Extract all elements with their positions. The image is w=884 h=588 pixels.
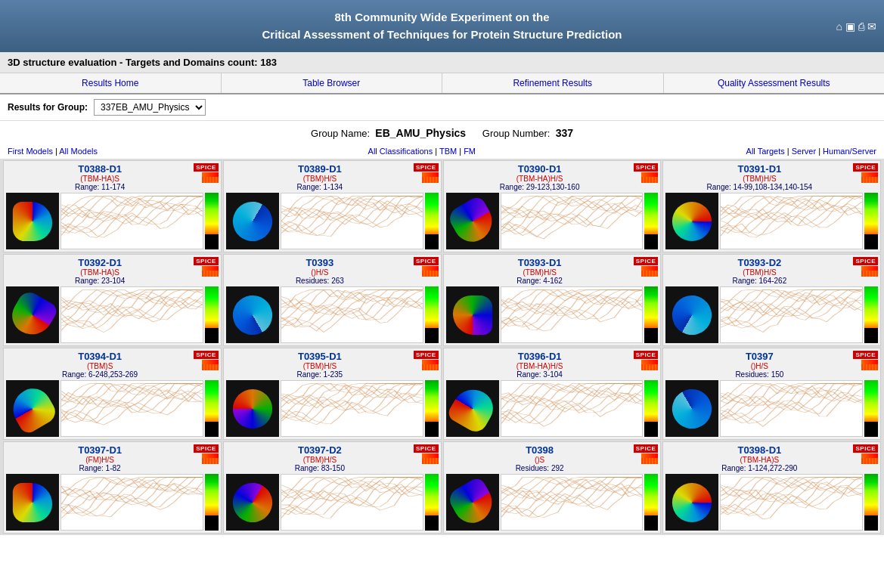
- card-title-9[interactable]: T0395-D1: [226, 351, 414, 362]
- tbm-link[interactable]: TBM: [439, 147, 457, 156]
- card-title-6[interactable]: T0393-D1: [446, 257, 634, 268]
- protein-img-5[interactable]: [226, 286, 279, 343]
- nav-refinement-results[interactable]: Refinement Results: [442, 73, 664, 93]
- plot-area-4[interactable]: [60, 286, 203, 343]
- card-range-1: Range: 1-134: [226, 183, 414, 191]
- card-title-12[interactable]: T0397-D1: [6, 444, 194, 456]
- plot-area-14[interactable]: [501, 474, 644, 531]
- card-type-11: ()H/S: [665, 362, 853, 370]
- folder-icon[interactable]: ▣: [845, 20, 855, 32]
- chart-icon-3[interactable]: [861, 172, 878, 183]
- card-title-11[interactable]: T0397: [665, 351, 853, 362]
- card-visuals-12: [6, 474, 219, 531]
- chart-icon-9[interactable]: [422, 360, 439, 370]
- protein-img-2[interactable]: [446, 193, 499, 249]
- card-title-14[interactable]: T0398: [446, 444, 634, 456]
- plot-area-3[interactable]: [720, 193, 863, 249]
- protein-img-4[interactable]: [6, 286, 59, 343]
- chart-icon-5[interactable]: [422, 266, 439, 277]
- plot-area-7[interactable]: [720, 286, 863, 343]
- protein-img-13[interactable]: [226, 474, 279, 531]
- card-range-7: Range: 164-262: [665, 277, 853, 285]
- nav-quality-assessment[interactable]: Quality Assessment Results: [664, 73, 885, 93]
- protein-card: T0389-D1 (TBM)H/S Range: 1-134 SPICE: [223, 160, 442, 252]
- chart-icon-7[interactable]: [861, 266, 878, 277]
- plot-area-1[interactable]: [281, 193, 423, 249]
- protein-img-15[interactable]: [665, 474, 718, 531]
- protein-img-11[interactable]: [665, 380, 718, 437]
- card-title-2[interactable]: T0390-D1: [446, 163, 634, 175]
- card-title-4[interactable]: T0392-D1: [6, 257, 194, 268]
- all-targets-link[interactable]: All Targets: [746, 147, 785, 156]
- plot-area-8[interactable]: [60, 380, 203, 437]
- card-range-9: Range: 1-235: [226, 370, 414, 379]
- card-range-12: Range: 1-82: [6, 464, 194, 472]
- card-header-9: T0395-D1 (TBM)H/S Range: 1-235 SPICE: [226, 351, 439, 379]
- chart-icon-2[interactable]: [641, 172, 658, 183]
- card-header-3: T0391-D1 (TBM)H/S Range: 14-99,108-134,1…: [665, 163, 878, 191]
- card-title-8[interactable]: T0394-D1: [6, 351, 194, 362]
- card-title-10[interactable]: T0396-D1: [446, 351, 634, 362]
- chart-icon-8[interactable]: [202, 360, 219, 370]
- print-icon[interactable]: ⎙: [858, 20, 864, 32]
- protein-img-10[interactable]: [446, 380, 499, 437]
- chart-icon-10[interactable]: [641, 360, 658, 370]
- card-title-0[interactable]: T0388-D1: [6, 163, 194, 175]
- protein-img-6[interactable]: [446, 286, 499, 343]
- chart-icon-1[interactable]: [422, 172, 439, 183]
- plot-area-15[interactable]: [720, 474, 863, 531]
- human-server-link[interactable]: Human/Server: [823, 147, 876, 156]
- card-title-15[interactable]: T0398-D1: [665, 444, 853, 456]
- card-badges-8: SPICE: [194, 351, 219, 370]
- home-icon[interactable]: ⌂: [836, 20, 842, 32]
- nav-results-home[interactable]: Results Home: [0, 73, 222, 93]
- card-title-3[interactable]: T0391-D1: [665, 163, 853, 175]
- protein-img-14[interactable]: [446, 474, 499, 531]
- quality-bar-9: [425, 380, 439, 437]
- chart-icon-13[interactable]: [422, 453, 439, 464]
- plot-area-5[interactable]: [281, 286, 423, 343]
- first-models-link[interactable]: First Models: [8, 147, 53, 156]
- protein-img-3[interactable]: [665, 193, 718, 249]
- plot-area-0[interactable]: [60, 193, 203, 249]
- chart-icon-15[interactable]: [861, 453, 878, 464]
- protein-img-1[interactable]: [226, 193, 279, 249]
- chart-icon-4[interactable]: [202, 266, 219, 277]
- fm-link[interactable]: FM: [464, 147, 476, 156]
- card-type-13: (TBM)H/S: [226, 456, 414, 464]
- card-badges-11: SPICE: [853, 351, 878, 370]
- protein-img-0[interactable]: [6, 193, 59, 249]
- protein-img-9[interactable]: [226, 380, 279, 437]
- plot-area-12[interactable]: [60, 474, 203, 531]
- mail-icon[interactable]: ✉: [867, 20, 876, 32]
- card-range-4: Range: 23-104: [6, 277, 194, 285]
- group-number-value: 337: [556, 127, 573, 139]
- card-title-13[interactable]: T0397-D2: [226, 444, 414, 456]
- all-classifications-link[interactable]: All Classifications: [368, 147, 433, 156]
- card-title-7[interactable]: T0393-D2: [665, 257, 853, 268]
- chart-icon-0[interactable]: [202, 172, 219, 183]
- plot-area-2[interactable]: [501, 193, 644, 249]
- plot-area-11[interactable]: [720, 380, 863, 437]
- group-select[interactable]: 337EB_AMU_Physics: [94, 99, 206, 116]
- card-title-5[interactable]: T0393: [226, 257, 414, 268]
- protein-img-12[interactable]: [6, 474, 59, 531]
- plot-area-10[interactable]: [501, 380, 644, 437]
- all-models-link[interactable]: All Models: [59, 147, 98, 156]
- protein-img-7[interactable]: [665, 286, 718, 343]
- protein-card: T0393-D1 (TBM)H/S Range: 4-162 SPICE: [443, 254, 662, 346]
- chart-icon-11[interactable]: [861, 360, 878, 370]
- chart-icon-6[interactable]: [641, 266, 658, 277]
- plot-area-6[interactable]: [501, 286, 644, 343]
- chart-icon-14[interactable]: [641, 453, 658, 464]
- card-visuals-2: [446, 193, 659, 249]
- chart-icon-12[interactable]: [202, 453, 219, 464]
- card-header-12: T0397-D1 (FM)H/S Range: 1-82 SPICE: [6, 444, 219, 472]
- plot-area-13[interactable]: [281, 474, 423, 531]
- plot-area-9[interactable]: [281, 380, 423, 437]
- protein-img-8[interactable]: [6, 380, 59, 437]
- card-title-1[interactable]: T0389-D1: [226, 163, 414, 175]
- spice-badge-11: SPICE: [853, 351, 878, 359]
- nav-table-browser[interactable]: Table Browser: [222, 73, 443, 93]
- server-link[interactable]: Server: [792, 147, 816, 156]
